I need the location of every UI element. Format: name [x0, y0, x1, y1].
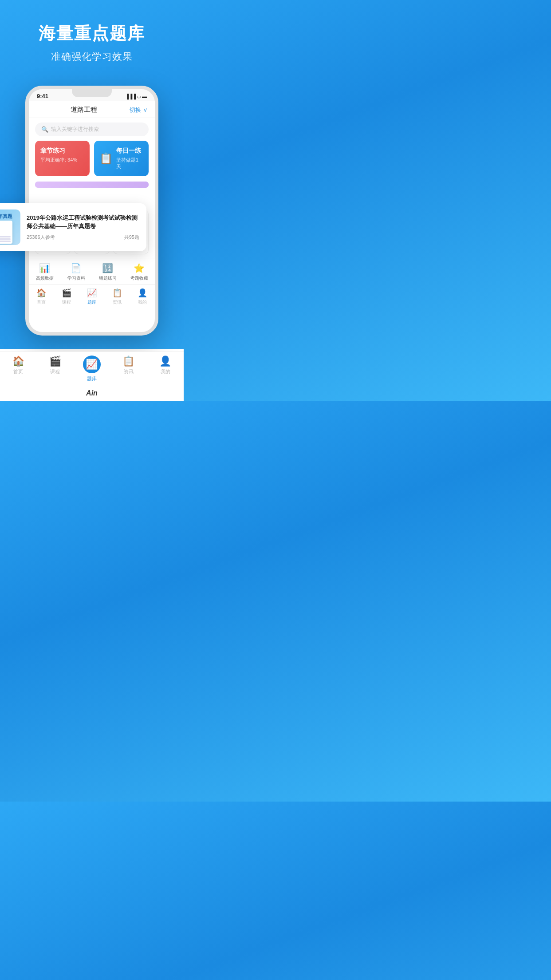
- app-home-icon: 🏠: [12, 356, 24, 367]
- phone-mockup-wrapper: 9:41 ▐▐▐ ◟◞ ▬ ‹ 道路工程 切换 ∨ 🔍 输入关键字进行搜索: [0, 72, 184, 336]
- popup-card[interactable]: 历年真题 2019年公路水运工程试验检测考试试验检测师公共基础——历年真题卷 2…: [0, 203, 146, 251]
- phone-search-bar[interactable]: 🔍 输入关键字进行搜索: [35, 122, 149, 136]
- popup-title: 2019年公路水运工程试验检测考试试验检测师公共基础——历年真题卷: [27, 214, 139, 230]
- daily-card-icon: 📋: [99, 152, 113, 165]
- app-tab-course[interactable]: 🎬 课程: [37, 356, 74, 382]
- search-icon: 🔍: [41, 126, 48, 133]
- popup-participants: 25366人参考: [27, 234, 55, 241]
- phone-tab-course[interactable]: 🎬 课程: [54, 288, 79, 305]
- popup-line-2: [0, 238, 11, 240]
- news-label: 资讯: [113, 299, 122, 305]
- home-icon: 🏠: [36, 288, 46, 298]
- popup-line-3: [0, 241, 11, 242]
- app-questions-icon: 📈: [86, 359, 98, 370]
- phone-nav-title: 道路工程: [71, 106, 97, 114]
- study-material-icon: 📄: [71, 263, 82, 273]
- app-tab-mine[interactable]: 👤 我的: [147, 356, 184, 382]
- phone-notch: [72, 89, 112, 97]
- app-mine-icon: 👤: [159, 356, 171, 367]
- daily-card-text: 每日一练 坚持做题1天: [116, 147, 143, 170]
- mine-icon: 👤: [138, 288, 147, 298]
- phone-time: 9:41: [37, 93, 48, 99]
- popup-total-questions: 共95题: [124, 234, 139, 241]
- popup-thumb-label: 历年真题: [0, 213, 20, 220]
- app-mine-label: 我的: [161, 368, 170, 375]
- wrong-practice-icon: 🔢: [102, 263, 113, 273]
- daily-card-title: 每日一练: [116, 147, 143, 155]
- questions-label: 题库: [87, 299, 96, 305]
- favorites-label: 考题收藏: [130, 275, 148, 281]
- app-news-icon: 📋: [122, 356, 134, 367]
- battery-icon: ▬: [142, 94, 147, 99]
- chapter-practice-card[interactable]: 章节练习 平均正确率: 34%: [35, 141, 90, 176]
- course-label: 课程: [62, 299, 71, 305]
- study-material-label: 学习资料: [67, 275, 85, 281]
- chapter-card-sub: 平均正确率: 34%: [40, 157, 84, 163]
- high-freq-icon: 📊: [39, 263, 50, 273]
- home-label: 首页: [37, 299, 46, 305]
- app-course-label: 课程: [50, 368, 60, 375]
- popup-thumbnail: 历年真题: [0, 209, 20, 245]
- app-questions-badge: 📈: [83, 356, 101, 373]
- wrong-practice-tool[interactable]: 🔢 错题练习: [92, 263, 123, 281]
- study-material-tool[interactable]: 📄 学习资料: [60, 263, 92, 281]
- tools-row: 📊 高频数据 📄 学习资料 🔢 错题练习 ⭐ 考题收藏: [29, 258, 155, 284]
- app-tab-home[interactable]: 🏠 首页: [0, 356, 37, 382]
- mine-label: 我的: [138, 299, 147, 305]
- high-freq-label: 高频数据: [36, 275, 54, 281]
- app-home-label: 首页: [13, 368, 23, 375]
- phone-tab-news[interactable]: 📋 资讯: [104, 288, 130, 305]
- chapter-card-title: 章节练习: [40, 147, 84, 155]
- app-course-icon: 🎬: [49, 356, 61, 367]
- phone-tab-mine[interactable]: 👤 我的: [130, 288, 155, 305]
- app-questions-label: 题库: [87, 375, 97, 382]
- app-tab-news[interactable]: 📋 资讯: [110, 356, 147, 382]
- app-tab-questions[interactable]: 📈 题库: [74, 356, 110, 382]
- course-icon: 🎬: [62, 288, 71, 298]
- app-tabbar-wrapper: 🏠 首页 🎬 课程 📈 题库 📋 资讯 👤 我的 Ain: [0, 349, 184, 401]
- questions-icon: 📈: [87, 288, 97, 298]
- wrong-practice-label: 错题练习: [99, 275, 117, 281]
- practice-cards-row: 章节练习 平均正确率: 34% 📋 每日一练 坚持做题1天: [35, 141, 149, 176]
- high-freq-tool[interactable]: 📊 高频数据: [29, 263, 60, 281]
- phone-status-icons: ▐▐▐ ◟◞ ▬: [126, 93, 147, 99]
- phone-bottom-tabs: 🏠 首页 🎬 课程 📈 题库 📋 资讯 👤 我的: [29, 284, 155, 308]
- daily-card-sub: 坚持做题1天: [116, 157, 143, 170]
- wifi-icon: ◟◞: [137, 93, 141, 99]
- app-news-label: 资讯: [124, 368, 134, 375]
- hero-title: 海量重点题库: [9, 22, 175, 45]
- phone-status-bar: 9:41 ▐▐▐ ◟◞ ▬: [29, 89, 155, 101]
- phone-navbar: ‹ 道路工程 切换 ∨: [29, 101, 155, 118]
- purple-strip: [35, 182, 149, 188]
- signal-icon: ▐▐▐: [126, 94, 136, 99]
- search-placeholder: 输入关键字进行搜索: [51, 126, 99, 133]
- phone-nav-switch[interactable]: 切换 ∨: [130, 106, 148, 114]
- phone-tab-home[interactable]: 🏠 首页: [29, 288, 54, 305]
- news-icon: 📋: [112, 288, 122, 298]
- popup-thumb-doc: [0, 221, 12, 244]
- hero-section: 海量重点题库 准确强化学习效果: [0, 0, 184, 72]
- bottom-text: Ain: [0, 387, 184, 401]
- popup-meta: 25366人参考 共95题: [27, 234, 139, 241]
- popup-info: 2019年公路水运工程试验检测考试试验检测师公共基础——历年真题卷 25366人…: [27, 214, 139, 240]
- hero-subtitle: 准确强化学习效果: [9, 50, 175, 63]
- favorites-tool[interactable]: ⭐ 考题收藏: [123, 263, 155, 281]
- daily-practice-card[interactable]: 📋 每日一练 坚持做题1天: [94, 141, 149, 176]
- phone-tab-questions[interactable]: 📈 题库: [79, 288, 105, 305]
- popup-line-1: [0, 236, 11, 237]
- favorites-icon: ⭐: [134, 263, 145, 273]
- app-tabbar: 🏠 首页 🎬 课程 📈 题库 📋 资讯 👤 我的: [0, 352, 184, 387]
